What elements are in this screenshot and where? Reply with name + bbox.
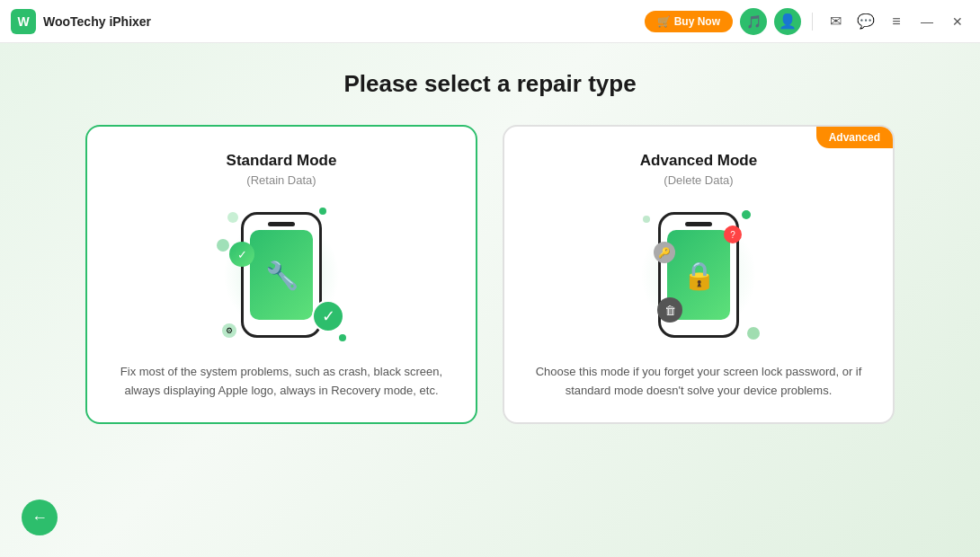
- page-title: Please select a repair type: [343, 70, 636, 98]
- titlebar-left: W WooTechy iPhixer: [11, 9, 151, 34]
- standard-mode-desc: Fix most of the system problems, such as…: [114, 363, 449, 401]
- music-icon-button[interactable]: 🎵: [740, 8, 767, 35]
- standard-mode-title: Standard Mode: [227, 152, 337, 170]
- standard-phone-screen: 🔧: [250, 230, 313, 320]
- standard-illustration: ⚙ 🔧 ✓ ✓ →: [209, 203, 353, 347]
- buy-now-button[interactable]: 🛒 Buy Now: [645, 11, 733, 32]
- shield-icon: ✓: [229, 242, 254, 267]
- standard-mode-card[interactable]: Standard Mode (Retain Data) ⚙ 🔧 ✓: [85, 125, 477, 424]
- close-button[interactable]: ✕: [946, 10, 969, 33]
- standard-mode-subtitle: (Retain Data): [246, 173, 316, 187]
- advanced-mode-desc: Choose this mode if you forget your scre…: [531, 363, 866, 401]
- titlebar-right: 🛒 Buy Now 🎵 👤 ✉ 💬 ≡ — ✕: [645, 8, 969, 35]
- menu-icon[interactable]: ≡: [885, 10, 908, 33]
- advanced-mode-subtitle: (Delete Data): [664, 173, 733, 187]
- cards-row: Standard Mode (Retain Data) ⚙ 🔧 ✓: [85, 125, 895, 424]
- question-badge: ?: [724, 225, 742, 243]
- back-button[interactable]: ←: [22, 500, 58, 535]
- mail-icon[interactable]: ✉: [824, 10, 847, 33]
- chat-icon[interactable]: 💬: [854, 10, 878, 33]
- minimize-button[interactable]: —: [915, 10, 939, 33]
- app-title: WooTechy iPhixer: [43, 14, 151, 29]
- trash-badge: 🗑: [657, 297, 682, 323]
- standard-phone: 🔧 ✓: [241, 212, 322, 338]
- advanced-phone: 🔒 ? 🗑 🔑: [658, 212, 739, 338]
- main-content: Please select a repair type Standard Mod…: [0, 43, 980, 557]
- advanced-mode-card[interactable]: Advanced Advanced Mode (Delete Data) 🔒 ?: [503, 125, 895, 424]
- separator: [812, 13, 813, 31]
- checkmark-badge: ✓: [312, 300, 344, 332]
- app-logo: W: [11, 9, 36, 34]
- advanced-illustration: 🔒 ? 🗑 🔑: [627, 203, 771, 347]
- user-profile-button[interactable]: 👤: [774, 8, 801, 35]
- titlebar: W WooTechy iPhixer 🛒 Buy Now 🎵 👤 ✉ 💬 ≡ —…: [0, 0, 980, 43]
- key-badge: 🔑: [654, 242, 675, 263]
- advanced-badge: Advanced: [816, 127, 893, 148]
- advanced-mode-title: Advanced Mode: [640, 152, 757, 170]
